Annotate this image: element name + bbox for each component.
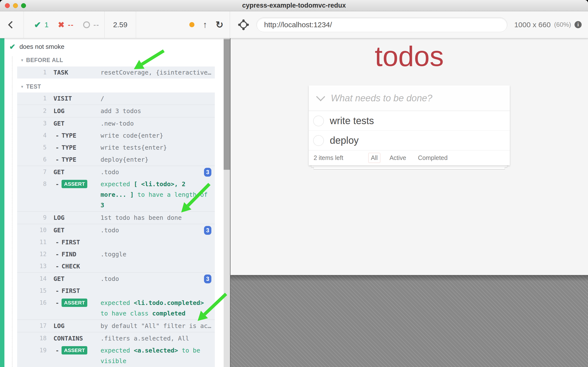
- run-duration: 2.59: [105, 11, 136, 38]
- command-row[interactable]: 10GET.todo3: [17, 224, 215, 236]
- command-message: deploy{enter}: [101, 154, 149, 166]
- reporter-panel: ✔ does not smoke ▾BEFORE ALL1TASKresetCo…: [0, 38, 230, 367]
- reporter-toolbar: ✔ 1 ✖ -- -- 2.59 ↑ ↻: [0, 11, 230, 38]
- striped-overflow-area: [230, 275, 588, 367]
- command-row[interactable]: 3GET.new-todo: [17, 118, 215, 130]
- todo-footer: 2 items left AllActiveCompleted: [309, 150, 510, 165]
- command-row[interactable]: 16-ASSERTexpected <li.todo.completed> to…: [17, 297, 215, 319]
- info-icon[interactable]: i: [575, 21, 582, 28]
- test-stats: ✔ 1 ✖ -- --: [24, 11, 105, 38]
- new-todo-input[interactable]: What needs to be done?: [331, 93, 432, 104]
- titlebar: cypress-example-todomvc-redux: [0, 0, 588, 11]
- command-row[interactable]: 8-ASSERTexpected [ <li.todo>, 2 more... …: [17, 178, 215, 211]
- child-dash: -: [55, 142, 59, 154]
- command-group: 3GET.new-todo4-TYPEwrite code{enter}5-TY…: [17, 117, 215, 166]
- command-method: GET: [53, 273, 101, 285]
- command-number: 15: [17, 285, 47, 297]
- command-row[interactable]: 18CONTAINS.filters a.selected, All: [17, 332, 215, 344]
- todo-item[interactable]: write tests: [309, 111, 510, 131]
- command-number: 7: [17, 166, 47, 178]
- command-method: GET: [53, 166, 101, 178]
- filter-active[interactable]: Active: [387, 153, 409, 163]
- autoscroll-dot-icon[interactable]: [189, 22, 194, 27]
- minimize-window-icon[interactable]: [13, 3, 18, 8]
- assert-segment: 3: [101, 202, 104, 209]
- test-passed-check-icon: ✔: [9, 42, 15, 51]
- selector-playground-icon[interactable]: [238, 19, 249, 30]
- command-message: write code{enter}: [101, 130, 163, 142]
- refresh-icon[interactable]: ↻: [216, 19, 223, 30]
- viewport-scale: (60%): [554, 21, 571, 28]
- todo-filters: AllActiveCompleted: [368, 153, 450, 163]
- command-row[interactable]: 5-TYPEwrite tests{enter}: [17, 142, 215, 154]
- command-number: 11: [17, 236, 47, 248]
- command-number: 18: [17, 332, 47, 344]
- cypress-window: cypress-example-todomvc-redux ✔ 1 ✖ -- -…: [0, 0, 588, 367]
- command-log: ▾BEFORE ALL1TASKresetCoverage, {isintera…: [0, 55, 230, 367]
- command-method: LOG: [53, 320, 101, 332]
- todo-item[interactable]: deploy: [309, 131, 510, 150]
- command-row[interactable]: 6-TYPEdeploy{enter}: [17, 154, 215, 166]
- todoapp-card: What needs to be done? write testsdeploy…: [309, 85, 510, 165]
- panel-divider[interactable]: [230, 38, 230, 367]
- hook-header[interactable]: ▾BEFORE ALL: [21, 55, 230, 65]
- passed-count: 1: [45, 21, 49, 29]
- command-row[interactable]: 1TASKresetCoverage, {isinteractive…: [17, 66, 215, 79]
- command-method: GET: [53, 118, 101, 130]
- command-row[interactable]: 4-TYPEwrite code{enter}: [17, 130, 215, 142]
- reporter-scrollbar[interactable]: [224, 38, 230, 367]
- hook-header[interactable]: ▾TEST: [21, 82, 230, 91]
- matched-elements-count: 3: [204, 168, 211, 177]
- command-method: CONTAINS: [53, 332, 101, 344]
- command-row[interactable]: 7GET.todo3: [17, 166, 215, 178]
- command-number: 9: [17, 212, 47, 224]
- command-message: expected <li.todo.completed> to have cla…: [101, 297, 213, 319]
- toolbar: ✔ 1 ✖ -- -- 2.59 ↑ ↻ http: [0, 11, 588, 38]
- items-left-count: 2 items left: [314, 154, 343, 161]
- runner-panel: todos What needs to be done? write tests…: [230, 38, 588, 367]
- filter-completed[interactable]: Completed: [415, 153, 450, 163]
- command-row[interactable]: 19-ASSERTexpected <a.selected> to be vis…: [17, 344, 215, 367]
- command-row[interactable]: 17LOGby default "All" filter is ac…: [17, 320, 215, 332]
- command-message: .new-todo: [101, 118, 134, 130]
- child-dash: -: [55, 297, 59, 309]
- stacked-sheet: [314, 167, 505, 169]
- command-row[interactable]: 11-FIRST: [17, 236, 215, 248]
- command-method: -FIND: [53, 248, 101, 260]
- child-dash: -: [55, 154, 59, 166]
- command-row[interactable]: 12-FIND.toggle: [17, 248, 215, 260]
- reporter-scrollbar-thumb[interactable]: [224, 39, 230, 170]
- command-row[interactable]: 13-CHECK: [17, 260, 215, 272]
- close-window-icon[interactable]: [5, 3, 10, 8]
- passed-check-icon: ✔: [34, 20, 41, 30]
- test-title-row[interactable]: ✔ does not smoke: [9, 42, 230, 51]
- toggle-all-chevron-icon[interactable]: [316, 92, 325, 101]
- command-number: 16: [17, 297, 47, 309]
- back-button[interactable]: [0, 11, 24, 38]
- url-input[interactable]: http://localhost:1234/: [256, 17, 507, 32]
- hook-label: TEST: [26, 83, 41, 90]
- command-group: 1TASKresetCoverage, {isinteractive…: [17, 66, 215, 79]
- todo-checkbox[interactable]: [313, 116, 324, 126]
- test-title: does not smoke: [19, 43, 64, 51]
- command-row[interactable]: 1VISIT/: [17, 92, 215, 105]
- filter-all[interactable]: All: [368, 153, 381, 163]
- zoom-window-icon[interactable]: [21, 3, 26, 8]
- command-number: 8: [17, 178, 47, 190]
- traffic-lights: [5, 3, 26, 8]
- hook-section: ▾BEFORE ALL1TASKresetCoverage, {isintera…: [0, 55, 230, 79]
- command-row[interactable]: 9LOG1st todo has been done: [17, 212, 215, 224]
- assert-segment: expected: [101, 347, 130, 354]
- pending-count: --: [93, 21, 99, 29]
- todo-checkbox[interactable]: [313, 135, 324, 146]
- scroll-top-icon[interactable]: ↑: [203, 20, 207, 30]
- assert-segment: <li.todo.completed>: [134, 299, 204, 306]
- command-row[interactable]: 14GET.todo3: [17, 273, 215, 285]
- hook-section: ▾TEST1VISIT/2LOGadd 3 todos3GET.new-todo…: [0, 82, 230, 367]
- command-message: /: [101, 92, 104, 105]
- command-group: 17LOGby default "All" filter is ac…: [17, 319, 215, 332]
- stacked-sheet: [311, 165, 507, 167]
- command-row[interactable]: 2LOGadd 3 todos: [17, 105, 215, 117]
- command-method: -TYPE: [53, 130, 101, 142]
- command-row[interactable]: 15-FIRST: [17, 285, 215, 297]
